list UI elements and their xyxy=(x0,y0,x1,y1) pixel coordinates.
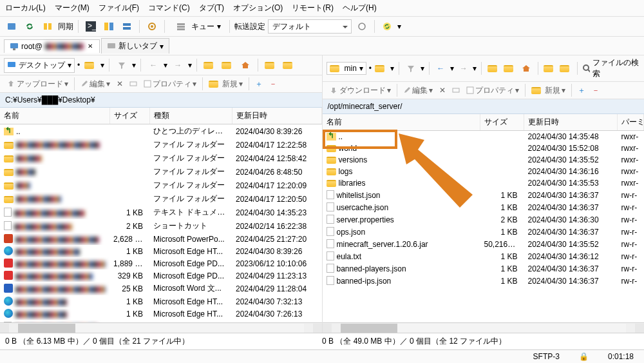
options-button[interactable] xyxy=(144,19,160,34)
col-updated[interactable]: 更新日時 xyxy=(232,108,321,124)
properties-button[interactable]: プロパティ ▾ xyxy=(141,79,199,90)
table-row[interactable]: logs2024/04/30 14:36:16rwxr- xyxy=(323,166,644,177)
table-row[interactable]: ファイル フォルダー2024/04/17 12:22:58 xyxy=(0,138,321,152)
find-files-button[interactable]: ファイルの検索 xyxy=(582,57,640,79)
terminal-button[interactable]: >_ xyxy=(83,19,99,34)
remote-path-bar[interactable]: /opt/minecraft_server/ xyxy=(323,99,645,114)
open-folder-button[interactable] xyxy=(82,57,98,73)
reconnect-button[interactable] xyxy=(379,19,395,34)
menu-command[interactable]: コマンド(C) xyxy=(148,3,190,14)
new-button[interactable]: 新規 ▾ xyxy=(529,85,568,96)
table-row[interactable]: versions2024/04/30 14:35:52rwxr- xyxy=(323,154,644,166)
forward-button[interactable]: → xyxy=(457,61,470,76)
delete-button[interactable]: ✕ xyxy=(437,86,448,95)
dropdown-arrow-icon[interactable]: ▾ xyxy=(160,42,164,51)
table-row[interactable]: 329 KBMicrosoft Edge PD...2024/04/29 11:… xyxy=(0,270,321,282)
sync-browse-button[interactable] xyxy=(40,19,55,34)
remote-file-list[interactable]: 名前 サイズ 更新日時 パーミ ..2024/04/30 14:35:48rwx… xyxy=(323,114,645,322)
rename-button[interactable] xyxy=(127,80,140,88)
folder-button[interactable] xyxy=(281,57,296,73)
menu-tab[interactable]: タブ(T) xyxy=(199,3,224,14)
transfer-preset-dropdown[interactable]: デフォルト xyxy=(268,19,352,34)
table-row[interactable]: 3 KBショートカット2024/04/17 11:40:43 xyxy=(0,320,321,322)
table-row[interactable]: eula.txt1 KB2024/04/30 14:36:12rw-r- xyxy=(323,250,644,262)
local-hscrollbar[interactable] xyxy=(0,322,322,333)
col-size[interactable]: サイズ xyxy=(480,114,524,131)
parent-folder-button[interactable] xyxy=(202,57,217,73)
edit-button[interactable]: 編集 ▾ xyxy=(78,79,113,90)
menu-option[interactable]: オプション(O) xyxy=(233,3,283,14)
dropdown-arrow-icon[interactable]: ▾ xyxy=(217,22,221,31)
menu-mark[interactable]: マーク(M) xyxy=(55,3,90,14)
local-location-dropdown[interactable]: デスクトップ ▾ xyxy=(4,58,75,73)
compare-button[interactable] xyxy=(101,19,117,34)
remote-hscrollbar[interactable] xyxy=(323,322,645,333)
home-button[interactable] xyxy=(238,57,253,73)
session-tab[interactable]: root@ ✕ xyxy=(4,39,100,53)
table-row[interactable]: 2 KBショートカット2024/02/14 16:22:38 xyxy=(0,219,321,233)
download-button[interactable]: ダウンロード ▾ xyxy=(327,85,393,96)
local-file-list[interactable]: 名前 サイズ 種類 更新日時 ..ひとつ上のディレクトリ2024/04/30 8… xyxy=(0,108,322,322)
filter-button[interactable] xyxy=(114,57,129,73)
table-row[interactable]: ファイル フォルダー2024/04/17 12:20:09 xyxy=(0,179,321,192)
menu-local[interactable]: ローカル(L) xyxy=(5,3,46,14)
sync-button[interactable] xyxy=(22,19,37,34)
table-row[interactable]: libraries2024/04/30 14:35:53rwxr- xyxy=(323,177,644,189)
table-row[interactable]: 2,628 KBMicrosoft PowerPo...2024/04/25 2… xyxy=(0,233,321,245)
upload-button[interactable]: アップロード ▾ xyxy=(4,79,71,90)
close-tab-button[interactable]: ✕ xyxy=(86,43,94,50)
table-row[interactable]: 1 KBテキスト ドキュメント2024/04/30 14:35:23 xyxy=(0,206,321,219)
table-row[interactable]: whitelist.json1 KB2024/04/30 14:36:37rw-… xyxy=(323,189,644,201)
delete-button[interactable]: ✕ xyxy=(114,79,126,88)
rename-button[interactable] xyxy=(450,86,462,94)
transfer-settings-button[interactable] xyxy=(354,19,370,34)
root-folder-button[interactable] xyxy=(220,57,235,73)
table-row[interactable]: ..2024/04/30 14:35:48rwxr- xyxy=(323,131,644,143)
minus-button[interactable]: － xyxy=(589,85,602,96)
col-size[interactable]: サイズ xyxy=(109,108,149,124)
new-session-tab[interactable]: 新しいタブ ▾ xyxy=(101,38,169,54)
col-updated[interactable]: 更新日時 xyxy=(524,114,618,131)
remote-location-dropdown[interactable]: min ▾ xyxy=(327,62,366,75)
table-row[interactable]: server.properties2 KB2024/04/30 14:36:30… xyxy=(323,213,644,226)
table-row[interactable]: ..ひとつ上のディレクトリ2024/04/30 8:39:26 xyxy=(0,124,321,139)
table-row[interactable]: ファイル フォルダー2024/04/24 12:58:42 xyxy=(0,152,321,165)
table-row[interactable]: ops.json1 KB2024/04/30 14:36:37rw-r- xyxy=(323,226,644,238)
table-row[interactable]: usercache.json1 KB2024/04/30 14:36:37rw-… xyxy=(323,201,644,213)
local-path-bar[interactable]: C:¥Users¥███¥Desktop¥ xyxy=(0,93,322,108)
menu-remote[interactable]: リモート(R) xyxy=(292,3,334,14)
menu-help[interactable]: ヘルプ(H) xyxy=(343,3,377,14)
new-button[interactable]: 新規 ▾ xyxy=(206,79,245,90)
home-button[interactable] xyxy=(519,61,533,76)
table-row[interactable]: world2024/04/30 15:52:08rwxr- xyxy=(323,142,644,154)
bookmark-folder-button[interactable] xyxy=(542,61,556,76)
parent-folder-button[interactable] xyxy=(486,61,500,76)
folder-button[interactable] xyxy=(559,61,573,76)
plus-button[interactable]: ＋ xyxy=(575,85,588,96)
bookmark-folder-button[interactable] xyxy=(263,57,278,73)
col-name[interactable]: 名前 xyxy=(0,108,109,124)
filter-button[interactable] xyxy=(404,61,417,76)
table-row[interactable]: banned-players.json1 KB2024/04/30 14:36:… xyxy=(323,262,644,275)
queue-button[interactable] xyxy=(173,19,189,34)
table-row[interactable]: 1 KBMicrosoft Edge HT...2024/04/30 7:26:… xyxy=(0,308,321,320)
table-row[interactable]: 1 KBMicrosoft Edge HT...2024/04/30 8:39:… xyxy=(0,245,321,257)
open-folder-button[interactable] xyxy=(374,61,388,76)
col-name[interactable]: 名前 xyxy=(323,114,480,131)
toolbar-button[interactable] xyxy=(4,19,19,34)
root-folder-button[interactable] xyxy=(503,61,516,76)
back-button[interactable]: ← xyxy=(434,61,448,76)
col-type[interactable]: 種類 xyxy=(149,108,232,124)
dropdown-arrow-icon[interactable]: ▾ xyxy=(397,22,401,31)
table-row[interactable]: 1,889 KBMicrosoft Edge PD...2023/06/12 1… xyxy=(0,257,321,270)
table-row[interactable]: 1 KBMicrosoft Edge HT...2024/04/30 7:32:… xyxy=(0,295,321,308)
toolbar-button[interactable] xyxy=(119,19,135,34)
col-perm[interactable]: パーミ xyxy=(618,114,644,131)
table-row[interactable]: 25 KBMicrosoft Word 文...2024/04/29 11:28… xyxy=(0,282,321,295)
back-button[interactable]: ← xyxy=(146,57,161,73)
minus-button[interactable]: － xyxy=(267,79,279,90)
forward-button[interactable]: → xyxy=(170,57,185,73)
properties-button[interactable]: プロパティ ▾ xyxy=(464,85,522,96)
table-row[interactable]: ファイル フォルダー2024/04/17 12:20:50 xyxy=(0,192,321,206)
table-row[interactable]: ファイル フォルダー2024/04/26 8:48:50 xyxy=(0,165,321,179)
